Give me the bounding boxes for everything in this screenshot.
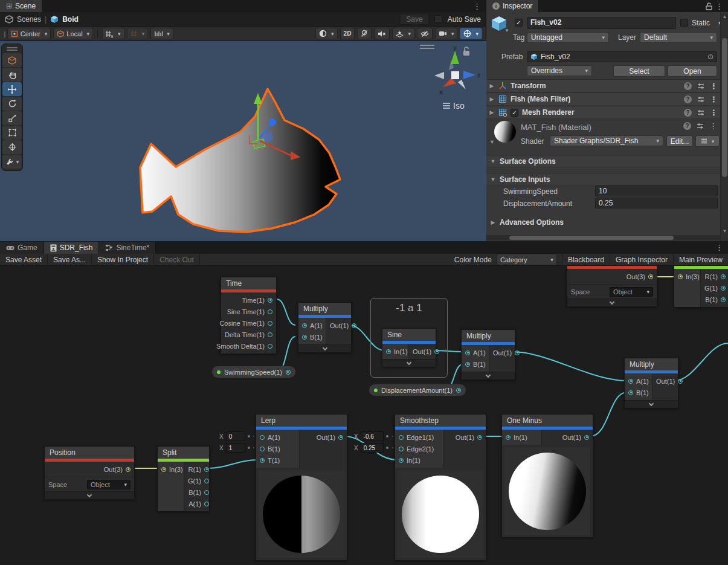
output-port[interactable]	[268, 298, 272, 303]
input-port[interactable]	[465, 362, 470, 367]
space-dropdown[interactable]: Object▾	[610, 287, 653, 297]
presets-icon[interactable]	[697, 96, 704, 103]
custom-tools-button[interactable]: ▾	[2, 155, 22, 169]
scrollbar-thumb[interactable]	[509, 236, 674, 240]
scroll-down-icon[interactable]: ▼	[721, 228, 728, 234]
output-port[interactable]	[678, 379, 683, 384]
graph-inspector-toggle[interactable]: Graph Inspector	[610, 254, 674, 266]
time-node[interactable]: Time Time(1) Sine Time(1) Cosine Time(1)…	[221, 277, 277, 354]
multiply-node-1[interactable]: Multiply A(1) B(1) Out(1)	[298, 302, 352, 353]
material-list-button[interactable]: ▾	[695, 135, 720, 147]
scene-camera-button[interactable]: ▾	[435, 28, 458, 39]
object-picker-icon[interactable]: ⊙	[707, 52, 714, 62]
shader-edit-button[interactable]: Edit...	[666, 135, 693, 147]
foldout-icon[interactable]: ▶	[489, 83, 495, 89]
object-name-field[interactable]: Fish_v02	[527, 17, 676, 29]
presets-icon[interactable]	[697, 123, 704, 129]
show-in-project-button[interactable]: Show In Project	[92, 254, 154, 266]
help-icon[interactable]: ?	[684, 109, 692, 117]
inspector-horizontal-scrollbar[interactable]	[486, 235, 720, 241]
component-menu-icon[interactable]: ⋮	[710, 82, 718, 90]
output-port[interactable]	[721, 286, 726, 291]
scroll-up-icon[interactable]: ▲	[721, 14, 728, 19]
field-value[interactable]: 0.25	[361, 443, 384, 453]
pivot-mode-button[interactable]: Center ▾	[7, 28, 51, 39]
smoothstep-edge2-field[interactable]: X 0.25	[354, 443, 388, 453]
scale-tool-button[interactable]	[2, 111, 22, 125]
rotate-tool-button[interactable]	[2, 97, 22, 111]
output-port[interactable]	[648, 274, 653, 279]
field-value[interactable]: 0	[226, 431, 245, 441]
input-port[interactable]	[260, 447, 265, 451]
output-port[interactable]	[126, 467, 130, 472]
hand-tool-button[interactable]	[2, 68, 22, 82]
output-port[interactable]	[477, 435, 482, 440]
presets-icon[interactable]	[697, 83, 704, 89]
tools-drag-handle2[interactable]	[7, 50, 18, 51]
output-port[interactable]	[268, 321, 272, 326]
smoothstep-edge1-field[interactable]: X -0.6	[354, 431, 388, 441]
one-minus-node[interactable]: One Minus In(1) Out(1)	[501, 414, 593, 538]
output-port[interactable]	[268, 309, 272, 314]
displacement-amount-property-node[interactable]: DisplacementAmount(1)	[369, 384, 466, 396]
split-node[interactable]: Split In(3) R(1) G(1) B(1) A(1)	[157, 446, 210, 512]
component-mesh-renderer[interactable]: ▶ ✓ Mesh Renderer ?⋮	[486, 106, 720, 119]
component-enabled-checkbox[interactable]: ✓	[511, 109, 518, 117]
breadcrumb-root[interactable]: Scenes	[17, 15, 41, 24]
collapse-chevron[interactable]	[382, 359, 436, 367]
toolbar-drag-handle[interactable]: ||	[4, 30, 5, 37]
grid-snap-button[interactable]: ▾	[102, 28, 124, 39]
input-port[interactable]	[628, 390, 633, 395]
multiply-node-3[interactable]: Multiply A(1) B(1) Out(1)	[624, 358, 678, 408]
presets-icon[interactable]	[697, 109, 704, 116]
collapse-chevron[interactable]	[567, 299, 657, 306]
tools-drag-handle[interactable]	[7, 47, 18, 48]
collapse-chevron[interactable]	[298, 344, 351, 352]
input-port[interactable]	[260, 435, 265, 440]
component-menu-icon[interactable]: ⋮	[710, 109, 718, 117]
2d-view-button[interactable]: 2D	[340, 28, 355, 39]
transform-tool-button[interactable]	[2, 140, 22, 154]
clipped-position-node[interactable]: Out(3) Space Object▾	[567, 266, 657, 307]
input-port[interactable]	[678, 274, 683, 279]
output-port[interactable]	[338, 435, 343, 440]
static-checkbox[interactable]	[680, 19, 688, 27]
output-port[interactable]	[515, 350, 520, 355]
swimming-speed-field[interactable]: 10	[595, 186, 718, 196]
output-port[interactable]	[352, 323, 356, 328]
help-icon[interactable]: ?	[684, 95, 692, 103]
material-preview-sphere[interactable]	[494, 121, 516, 143]
auto-save-checkbox[interactable]	[434, 15, 442, 23]
output-port[interactable]	[268, 344, 272, 349]
select-button[interactable]: Select	[613, 65, 665, 77]
check-out-button[interactable]: Check Out	[154, 254, 200, 266]
scrollbar-thumb[interactable]	[722, 38, 727, 177]
output-port[interactable]	[204, 467, 209, 472]
input-port[interactable]	[399, 435, 404, 440]
output-port[interactable]	[204, 490, 209, 495]
gizmos-toggle-button[interactable]: ▾	[460, 28, 482, 39]
inspector-menu-icon[interactable]: ⋮	[715, 2, 723, 10]
help-icon[interactable]: ?	[684, 82, 692, 90]
color-mode-dropdown[interactable]: Category▾	[497, 254, 557, 265]
collapse-chevron[interactable]	[625, 400, 678, 408]
output-port[interactable]	[456, 388, 461, 393]
output-port[interactable]	[204, 502, 209, 506]
smoothstep-node[interactable]: Smoothstep Edge1(1) Edge2(1) In(1) Out(1…	[395, 414, 486, 561]
tag-dropdown[interactable]: Untagged▾	[527, 32, 609, 43]
surface-inputs-header[interactable]: ▼ Surface Inputs	[486, 173, 720, 186]
input-port[interactable]	[399, 458, 404, 463]
effects-toggle-button[interactable]: ▾	[392, 28, 414, 39]
save-asset-button[interactable]: Save Asset	[0, 254, 48, 266]
position-node[interactable]: Position Out(3) Space Object▾	[44, 446, 135, 500]
output-port[interactable]	[204, 479, 209, 483]
foldout-icon[interactable]: ▶	[489, 96, 495, 102]
save-as-button[interactable]: Save As...	[48, 254, 92, 266]
tab-sinetime[interactable]: SineTime*	[99, 242, 156, 254]
shader-dropdown[interactable]: Shader Graphs/SDR_Fish▾	[550, 135, 663, 146]
open-button[interactable]: Open	[668, 65, 717, 77]
active-checkbox[interactable]: ✓	[515, 19, 523, 27]
collapse-chevron[interactable]	[45, 491, 134, 499]
shading-mode-button[interactable]: ▾	[315, 28, 338, 39]
output-port[interactable]	[721, 274, 726, 279]
